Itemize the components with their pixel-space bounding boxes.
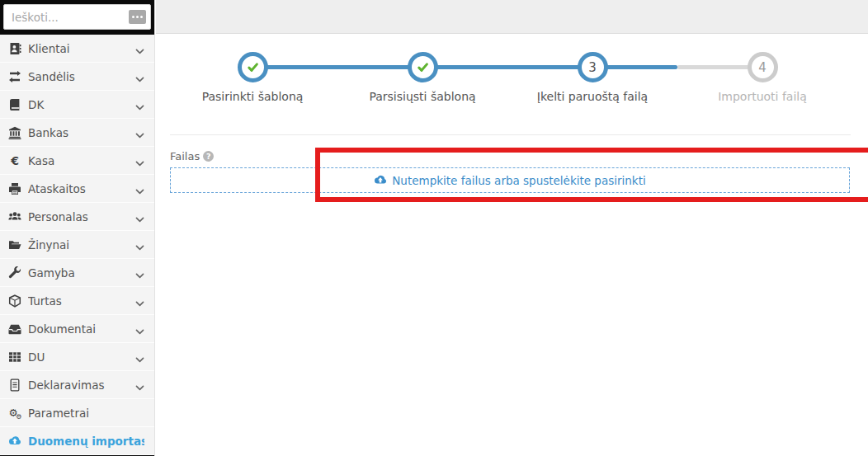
stepper-steps: Pasirinkti šablonąParsisiųsti šabloną3Įk… — [167, 52, 847, 103]
sidebar-item-dk[interactable]: DK — [0, 91, 154, 119]
cloud-upload-icon — [7, 435, 21, 448]
check-icon — [246, 60, 260, 74]
chevron-down-icon — [135, 129, 144, 136]
page: KlientaiSandėlisDKBankas€KasaAtaskaitosP… — [0, 0, 868, 456]
sidebar-item-label: Klientai — [28, 42, 135, 55]
sidebar: KlientaiSandėlisDKBankas€KasaAtaskaitosP… — [0, 0, 155, 456]
sidebar-item-label: Gamyba — [28, 266, 135, 280]
sidebar-item-sandelis[interactable]: Sandėlis — [0, 63, 154, 91]
chevron-down-icon — [135, 73, 144, 80]
wizard-stepper: Pasirinkti šablonąParsisiųsti šabloną3Įk… — [167, 52, 847, 120]
step-label: Pasirinkti šabloną — [202, 90, 304, 103]
sidebar-item-bankas[interactable]: Bankas — [0, 119, 154, 147]
cloud-upload-icon — [374, 175, 387, 186]
top-strip — [156, 0, 868, 34]
sidebar-item-deklaravimas[interactable]: Deklaravimas — [0, 371, 154, 399]
sidebar-item-personalas[interactable]: Personalas — [0, 203, 154, 231]
table-icon — [7, 350, 21, 364]
sidebar-item-dokumentai[interactable]: Dokumentai — [0, 315, 154, 343]
wizard-step-2: Parsisiųsti šabloną — [337, 52, 507, 103]
sidebar-item-label: Deklaravimas — [28, 378, 135, 392]
sidebar-item-label: Duomenų importas — [28, 435, 144, 448]
book-icon — [7, 98, 21, 111]
svg-text:⚙: ⚙ — [16, 413, 21, 420]
sidebar-item-label: Personalas — [28, 210, 135, 223]
sidebar-search — [0, 0, 154, 35]
chevron-down-icon — [135, 241, 144, 248]
sidebar-item-parametrai[interactable]: ⚙⚙Parametrai — [0, 399, 154, 427]
cube-icon — [7, 294, 21, 308]
file-field-label-text: Failas — [170, 150, 200, 162]
chevron-down-icon — [135, 297, 144, 304]
step-number: 3 — [588, 60, 597, 75]
sidebar-item-duomenu-importas[interactable]: Duomenų importas — [0, 427, 154, 455]
dropzone-text: Nutempkite failus arba spustelėkite pasi… — [392, 174, 645, 187]
exchange-icon — [7, 70, 21, 83]
folder-open-icon — [7, 238, 21, 252]
svg-text:€: € — [10, 154, 19, 167]
sidebar-item-zinynai[interactable]: Žinynai — [0, 231, 154, 259]
address-book-icon — [7, 42, 21, 55]
step-label: Įkelti paruoštą failą — [537, 90, 648, 103]
sidebar-item-label: Parametrai — [28, 407, 144, 420]
chevron-down-icon — [135, 325, 144, 332]
chevron-down-icon — [135, 381, 144, 388]
step-circle-4[interactable]: 4 — [748, 52, 778, 82]
sidebar-item-label: Žinynai — [28, 238, 135, 252]
main-content: Pasirinkti šablonąParsisiųsti šabloną3Įk… — [156, 0, 868, 456]
step-circle-1[interactable] — [238, 52, 268, 82]
chevron-down-icon — [135, 45, 144, 52]
file-text-icon — [7, 378, 21, 392]
step-circle-3[interactable]: 3 — [578, 52, 608, 82]
inbox-icon — [7, 322, 21, 336]
sidebar-nav: KlientaiSandėlisDKBankas€KasaAtaskaitosP… — [0, 35, 154, 455]
sidebar-item-du[interactable]: DU — [0, 343, 154, 371]
check-icon — [416, 60, 430, 74]
printer-icon — [7, 182, 21, 195]
step-circle-2[interactable] — [408, 52, 438, 82]
sidebar-item-gamyba[interactable]: Gamyba — [0, 259, 154, 287]
sidebar-item-label: Turtas — [28, 294, 135, 308]
sidebar-item-label: Kasa — [28, 154, 135, 167]
wizard-step-3: 3Įkelti paruoštą failą — [507, 52, 677, 103]
sidebar-item-label: DU — [28, 350, 135, 364]
users-icon — [7, 210, 21, 223]
sidebar-item-label: Sandėlis — [28, 70, 135, 83]
chevron-down-icon — [135, 157, 144, 164]
sidebar-item-label: Bankas — [28, 126, 135, 139]
section-divider — [170, 134, 851, 135]
sidebar-item-label: Ataskaitos — [28, 182, 135, 195]
step-label: Parsisiųsti šabloną — [369, 90, 475, 103]
wizard-step-1: Pasirinkti šabloną — [167, 52, 337, 103]
ellipsis-icon — [132, 16, 143, 18]
search-options-button[interactable] — [129, 10, 146, 24]
step-label: Importuoti failą — [718, 90, 807, 103]
chevron-down-icon — [135, 213, 144, 220]
chevron-down-icon — [135, 185, 144, 192]
wrench-icon — [7, 266, 21, 280]
file-dropzone[interactable]: Nutempkite failus arba spustelėkite pasi… — [170, 167, 850, 193]
bank-icon — [7, 126, 21, 139]
sidebar-item-ataskaitos[interactable]: Ataskaitos — [0, 175, 154, 203]
sidebar-item-klientai[interactable]: Klientai — [0, 35, 154, 63]
step-number: 4 — [758, 60, 767, 75]
chevron-down-icon — [135, 269, 144, 276]
sidebar-item-label: DK — [28, 98, 135, 111]
chevron-down-icon — [135, 101, 144, 108]
euro-icon: € — [7, 154, 21, 167]
file-field-label: Failas ? — [170, 150, 214, 162]
question-circle-icon[interactable]: ? — [203, 151, 214, 162]
sidebar-item-turtas[interactable]: Turtas — [0, 287, 154, 315]
wizard-step-4: 4Importuoti failą — [677, 52, 847, 103]
gears-icon: ⚙⚙ — [7, 407, 21, 420]
chevron-down-icon — [135, 353, 144, 360]
sidebar-item-kasa[interactable]: €Kasa — [0, 147, 154, 175]
sidebar-item-label: Dokumentai — [28, 322, 135, 336]
